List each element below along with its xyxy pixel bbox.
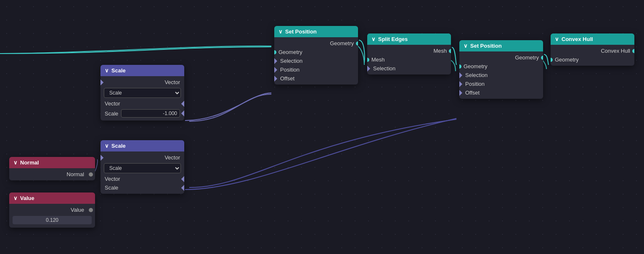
- scale1-vector-input: Vector: [100, 78, 184, 87]
- set-position2-offset-label: Offset: [464, 90, 479, 96]
- set-position1-offset-label: Offset: [278, 75, 294, 82]
- scale2-title: Scale: [111, 143, 126, 149]
- convex-hull-out-socket[interactable]: [632, 49, 634, 53]
- scale2-vector-out-socket[interactable]: [181, 176, 184, 182]
- scale1-scale-output: Scale -1.000: [100, 108, 184, 119]
- set-position1-geo-in-socket[interactable]: [274, 50, 276, 54]
- convex-hull-header[interactable]: ∨ Convex Hull: [551, 33, 634, 45]
- set-position1-geo-out-label: Geometry: [330, 40, 354, 46]
- scale1-vector-out-label: Vector: [105, 100, 120, 107]
- chevron-icon: ∨: [13, 159, 18, 166]
- set-position1-sel-input: Selection: [274, 56, 358, 65]
- split-edges-title: Split Edges: [378, 36, 408, 42]
- scale1-body: Vector Scale Vector Scale -1.000: [100, 76, 184, 121]
- set-position2-geo-in-socket[interactable]: [459, 64, 461, 69]
- set-position2-offset-input: Offset: [459, 88, 543, 97]
- split-edges-mesh-out-label: Mesh: [433, 48, 447, 54]
- split-edges-mesh-in-socket[interactable]: [367, 58, 369, 62]
- set-position1-offset-socket[interactable]: [274, 75, 277, 81]
- split-edges-mesh-in-label: Mesh: [371, 56, 385, 63]
- set-position2-geo-input: Geometry: [459, 62, 543, 71]
- convex-hull-body: Convex Hull Geometry: [551, 45, 634, 66]
- scale1-scale-label: Scale: [105, 110, 118, 117]
- value-display[interactable]: 0.120: [13, 216, 92, 224]
- scale2-vector-label: Vector: [165, 154, 180, 161]
- set-position1-title: Set Position: [285, 28, 317, 35]
- value-output-label: Value: [71, 207, 84, 213]
- set-position1-pos-label: Position: [278, 67, 299, 73]
- split-edges-sel-socket[interactable]: [367, 65, 370, 71]
- value-output-socket[interactable]: [89, 208, 93, 212]
- scale1-vector-out-socket[interactable]: [181, 100, 184, 106]
- split-edges-mesh-input: Mesh: [367, 55, 451, 64]
- chevron-icon5: ∨: [278, 28, 283, 35]
- set-position2-sel-input: Selection: [459, 71, 543, 80]
- normal-header[interactable]: ∨ Normal: [9, 157, 95, 168]
- set-position2-header[interactable]: ∨ Set Position: [459, 40, 543, 51]
- set-position1-pos-input: Position: [274, 65, 358, 74]
- scale1-node: ∨ Scale Vector Scale Vector Scale -1.000: [100, 65, 184, 121]
- split-edges-body: Mesh Mesh Selection: [367, 45, 451, 74]
- set-position1-geo-in-label: Geometry: [278, 49, 302, 55]
- convex-hull-output: Convex Hull: [551, 46, 634, 55]
- scale1-title: Scale: [111, 67, 126, 74]
- scale2-vector-input: Vector: [100, 153, 184, 162]
- set-position1-header[interactable]: ∨ Set Position: [274, 26, 358, 37]
- chevron-icon6: ∨: [371, 36, 376, 42]
- set-position2-pos-label: Position: [464, 81, 484, 87]
- scale1-header[interactable]: ∨ Scale: [100, 65, 184, 76]
- scale1-vector-output: Vector: [100, 99, 184, 108]
- split-edges-node: ⏱ 0.25 ms ∨ Split Edges Mesh Mesh Select…: [367, 33, 451, 74]
- set-position1-geo-socket[interactable]: [356, 41, 358, 46]
- set-position2-geo-in-label: Geometry: [464, 63, 487, 69]
- set-position2-pos-socket[interactable]: [459, 81, 462, 87]
- scale2-vector-socket[interactable]: [100, 154, 103, 160]
- scale1-vector-socket[interactable]: [100, 79, 103, 85]
- scale1-dropdown-row: Scale: [100, 87, 184, 99]
- scale2-scale-output: Scale: [100, 183, 184, 192]
- set-position2-geo-socket[interactable]: [541, 56, 543, 60]
- split-edges-mesh-output: Mesh: [367, 46, 451, 55]
- set-position1-body: Geometry Geometry Selection Position Off…: [274, 37, 358, 85]
- set-position1-offset-input: Offset: [274, 74, 358, 83]
- scale2-body: Vector Scale Vector Scale: [100, 151, 184, 194]
- value-header[interactable]: ∨ Value: [9, 192, 95, 204]
- scale1-dropdown[interactable]: Scale: [104, 88, 181, 98]
- set-position2-sel-socket[interactable]: [459, 72, 462, 78]
- split-edges-sel-label: Selection: [371, 65, 395, 72]
- scale2-scale-socket[interactable]: [181, 185, 184, 190]
- set-position2-pos-input: Position: [459, 80, 543, 88]
- normal-output-row: Normal: [9, 170, 95, 179]
- value-output-row: Value: [9, 205, 95, 214]
- normal-title: Normal: [20, 159, 39, 166]
- set-position1-geo-input: Geometry: [274, 48, 358, 56]
- scale2-scale-label: Scale: [105, 185, 118, 191]
- convex-hull-geo-input: Geometry: [551, 55, 634, 64]
- normal-node: ∨ Normal Normal: [9, 157, 95, 180]
- set-position1-node: ⏱ 0.13 ms ∨ Set Position Geometry Geomet…: [274, 26, 358, 85]
- set-position2-sel-label: Selection: [464, 72, 487, 78]
- scale2-vector-out-label: Vector: [105, 176, 120, 182]
- set-position2-title: Set Position: [470, 43, 502, 49]
- value-title: Value: [20, 195, 34, 201]
- scale1-scale-value[interactable]: -1.000: [121, 109, 180, 118]
- chevron-icon8: ∨: [555, 36, 559, 42]
- split-edges-mesh-socket[interactable]: [449, 49, 451, 53]
- scale1-scale-socket[interactable]: [181, 110, 184, 116]
- set-position1-pos-socket[interactable]: [274, 67, 277, 72]
- scale2-dropdown-row: Scale: [100, 162, 184, 174]
- scale1-vector-label: Vector: [165, 79, 180, 85]
- convex-hull-title: Convex Hull: [562, 36, 593, 42]
- scale2-dropdown[interactable]: Scale: [104, 163, 181, 173]
- convex-hull-out-label: Convex Hull: [601, 48, 630, 54]
- set-position1-geo-output: Geometry: [274, 39, 358, 48]
- set-position2-offset-socket[interactable]: [459, 90, 462, 95]
- normal-output-socket[interactable]: [89, 172, 93, 177]
- convex-hull-geo-socket[interactable]: [551, 58, 553, 62]
- set-position1-sel-socket[interactable]: [274, 58, 277, 64]
- scale2-header[interactable]: ∨ Scale: [100, 140, 184, 151]
- split-edges-header[interactable]: ∨ Split Edges: [367, 33, 451, 45]
- chevron-icon3: ∨: [105, 67, 109, 74]
- set-position2-geo-out-label: Geometry: [515, 54, 539, 61]
- value-body: Value 0.120: [9, 204, 95, 228]
